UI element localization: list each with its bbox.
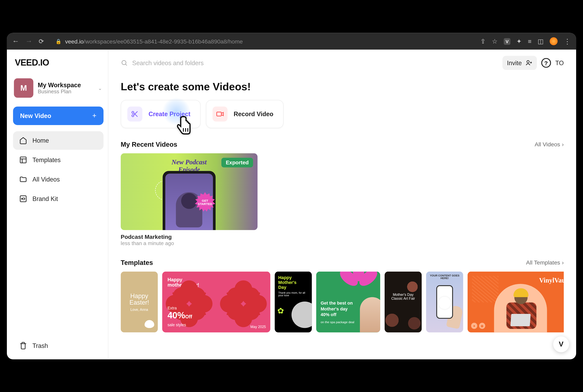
add-user-icon: [525, 59, 532, 66]
forward-icon[interactable]: →: [25, 37, 32, 45]
templates-header: Templates All Templates›: [121, 259, 564, 266]
nav-label: Home: [32, 137, 49, 144]
nav-templates[interactable]: Templates: [13, 150, 104, 169]
nav-label: Trash: [32, 342, 48, 349]
scissors-icon: [127, 106, 142, 122]
svg-rect-3: [20, 196, 26, 202]
menu-icon[interactable]: ⋮: [564, 37, 571, 45]
help-fab[interactable]: V: [553, 336, 569, 352]
template-card[interactable]: Happymother's day! Extra 40%Off sale sty…: [162, 272, 270, 332]
plus-icon: +: [92, 112, 96, 120]
browser-window: ← → ⟳ 🔒 veed.io/workspaces/ee063515-a841…: [7, 33, 576, 359]
brand-kit-icon: [19, 195, 27, 202]
nav-all-videos[interactable]: All Videos: [13, 170, 104, 188]
template-card[interactable]: Mother's DayClassic Art Fair: [384, 272, 422, 332]
back-icon[interactable]: ←: [12, 37, 19, 45]
extension-badge[interactable]: V: [504, 38, 510, 44]
templates-row: HappyEaster! Love, Anna Happymother's da…: [121, 272, 564, 332]
recent-videos-header: My Recent Videos All Videos›: [121, 140, 564, 148]
svg-point-5: [122, 60, 126, 64]
home-icon: [19, 136, 27, 144]
search-icon: [121, 59, 128, 66]
record-video-button[interactable]: Record Video: [206, 100, 284, 128]
svg-line-6: [126, 64, 127, 65]
trash-icon: [19, 342, 27, 350]
create-project-label: Create Project: [148, 110, 190, 118]
page-headline: Let's create some Videos!: [121, 80, 564, 93]
user-menu[interactable]: TO: [555, 59, 564, 66]
share-icon[interactable]: ⇪: [480, 38, 486, 45]
camera-icon: [212, 106, 228, 122]
profile-avatar[interactable]: [550, 37, 558, 45]
status-badge: Exported: [221, 158, 253, 167]
svg-rect-0: [20, 157, 26, 163]
playlist-icon[interactable]: ≡: [528, 38, 532, 45]
logo: VEED.IO: [13, 58, 104, 68]
chevron-right-icon: ›: [562, 259, 564, 266]
workspace-initial: M: [14, 78, 34, 98]
template-card[interactable]: HappyEaster! Love, Anna: [121, 272, 158, 332]
reload-icon[interactable]: ⟳: [39, 38, 44, 45]
nav-brand-kit[interactable]: Brand Kit: [13, 190, 104, 208]
nav-home[interactable]: Home: [13, 131, 104, 150]
lock-icon: 🔒: [56, 38, 62, 44]
top-bar: Invite ? TO: [108, 50, 576, 74]
star-icon[interactable]: ☆: [492, 38, 498, 45]
main-content: Invite ? TO Let's create some Videos!: [108, 50, 576, 359]
record-video-label: Record Video: [234, 110, 273, 118]
invite-label: Invite: [507, 59, 522, 66]
templates-icon: [19, 156, 27, 164]
browser-chrome: ← → ⟳ 🔒 veed.io/workspaces/ee063515-a841…: [7, 33, 576, 50]
folder-icon: [19, 175, 27, 183]
svg-point-7: [527, 60, 529, 63]
nav-label: Templates: [32, 156, 60, 163]
invite-button[interactable]: Invite: [503, 56, 537, 70]
chevron-down-icon: ⌄: [98, 86, 102, 90]
url-bar[interactable]: 🔒 veed.io/workspaces/ee063515-a841-48e2-…: [48, 38, 476, 44]
sidebar: VEED.IO M My Workspace Business Plan ⌄ N…: [7, 50, 108, 359]
create-project-button[interactable]: Create Project: [121, 100, 200, 128]
workspace-name: My Workspace: [38, 81, 94, 88]
template-card[interactable]: YOUR CONTENT GOES HERE!: [426, 272, 463, 332]
new-video-label: New Video: [20, 112, 51, 119]
nav-list: Home Templates All Videos: [13, 131, 104, 208]
svg-point-4: [22, 198, 23, 199]
workspace-switcher[interactable]: M My Workspace Business Plan ⌄: [13, 76, 104, 100]
recent-videos-title: My Recent Videos: [121, 140, 177, 148]
video-title: Podcast Marketing: [121, 234, 258, 240]
svg-rect-17: [216, 112, 221, 116]
recent-videos-grid: New Podcast Episode GET STARTED Exported: [121, 153, 564, 246]
nav-label: All Videos: [32, 176, 60, 183]
panel-icon[interactable]: ◫: [538, 38, 543, 45]
svg-point-10: [132, 111, 134, 113]
workspace-plan: Business Plan: [38, 88, 94, 95]
all-videos-link[interactable]: All Videos›: [534, 141, 564, 148]
template-card[interactable]: VinylVault ●◉: [468, 272, 564, 332]
video-card[interactable]: New Podcast Episode GET STARTED Exported: [121, 153, 258, 246]
templates-title: Templates: [121, 259, 153, 266]
all-templates-link[interactable]: All Templates›: [526, 259, 564, 266]
extensions-icon[interactable]: ✦: [516, 38, 522, 45]
help-button[interactable]: ?: [541, 58, 551, 68]
action-cards: Create Project Record Video: [121, 100, 564, 128]
template-card[interactable]: Get the best onMother's day40% off on th…: [316, 272, 380, 332]
new-video-button[interactable]: New Video +: [13, 106, 104, 125]
template-card[interactable]: HappyMother'sDay Thank you mom, for all …: [275, 272, 312, 332]
search-input[interactable]: [132, 59, 264, 66]
nav-trash[interactable]: Trash: [13, 336, 104, 355]
video-thumbnail: New Podcast Episode GET STARTED Exported: [121, 153, 258, 230]
nav-label: Brand Kit: [32, 195, 58, 202]
url-text: veed.io/workspaces/ee063515-a841-48e2-99…: [65, 38, 243, 44]
chevron-right-icon: ›: [562, 141, 564, 148]
video-timestamp: less than a minute ago: [121, 240, 258, 246]
